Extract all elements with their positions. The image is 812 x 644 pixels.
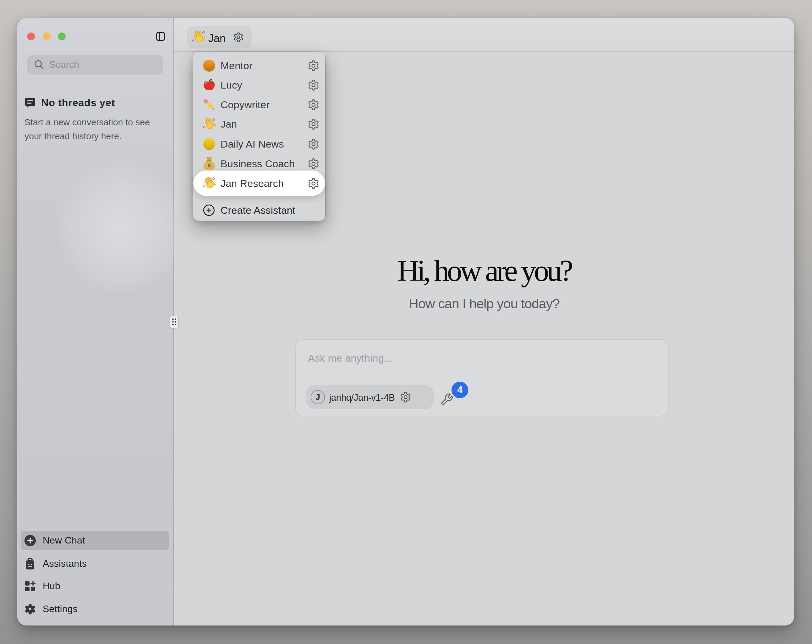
svg-text:$: $: [208, 163, 211, 169]
